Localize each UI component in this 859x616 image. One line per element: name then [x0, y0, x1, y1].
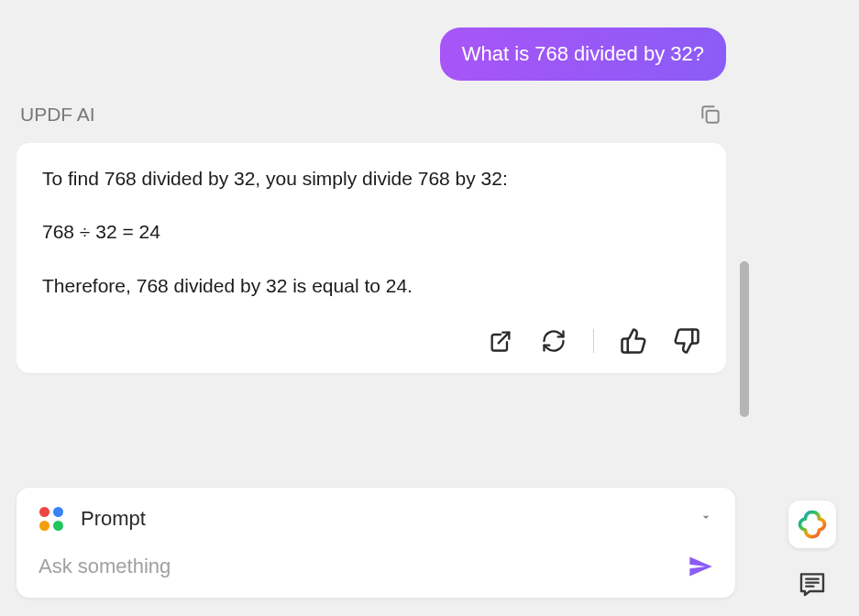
regenerate-icon[interactable]: [540, 327, 567, 355]
copy-icon[interactable]: [699, 103, 722, 126]
ai-response-header: UPDF AI: [17, 103, 726, 126]
prompt-dots-icon: [39, 506, 64, 532]
response-line-1: To find 768 divided by 32, you simply di…: [42, 165, 700, 192]
messages-area: What is 768 divided by 32? UPDF AI To fi…: [17, 18, 735, 488]
chat-container: What is 768 divided by 32? UPDF AI To fi…: [0, 0, 752, 616]
thumbs-up-icon[interactable]: [620, 327, 647, 355]
input-section: Prompt: [17, 488, 735, 598]
user-message-text: What is 768 divided by 32?: [462, 42, 704, 65]
thumbs-down-icon[interactable]: [673, 327, 700, 355]
app-logo-button[interactable]: [788, 500, 836, 548]
chevron-down-icon: [699, 510, 713, 528]
prompt-header[interactable]: Prompt: [17, 488, 735, 546]
action-divider: [593, 329, 594, 353]
ai-response-card: To find 768 divided by 32, you simply di…: [17, 143, 726, 373]
svg-rect-0: [707, 111, 719, 123]
message-input[interactable]: [39, 555, 688, 578]
scrollbar[interactable]: [740, 261, 749, 417]
prompt-label: Prompt: [81, 507, 146, 531]
input-row: [17, 546, 735, 598]
send-button[interactable]: [688, 554, 713, 579]
response-line-3: Therefore, 768 divided by 32 is equal to…: [42, 272, 700, 300]
response-actions: [42, 320, 700, 355]
ai-label: UPDF AI: [20, 104, 95, 126]
response-line-2: 768 ÷ 32 = 24: [42, 218, 700, 246]
side-buttons: [788, 500, 836, 600]
feedback-icon[interactable]: [797, 568, 828, 600]
user-message-bubble: What is 768 divided by 32?: [440, 28, 726, 81]
share-icon[interactable]: [487, 327, 514, 355]
prompt-left: Prompt: [39, 506, 146, 532]
